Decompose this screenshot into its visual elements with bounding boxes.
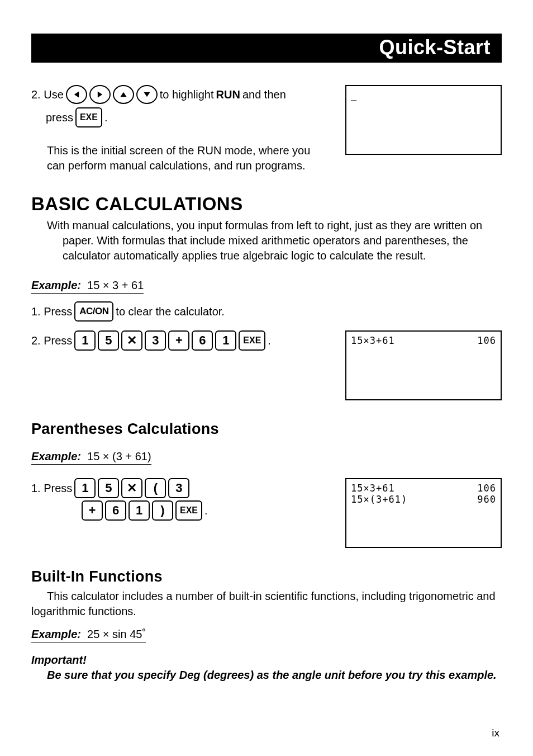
screen-expr: 15×3+61 — [351, 483, 395, 494]
heading-basic-calculations: BASIC CALCULATIONS — [31, 193, 502, 215]
cursor: _ — [351, 89, 357, 101]
down-arrow-key-icon — [136, 85, 158, 104]
text: . — [204, 504, 208, 517]
basic-step-1: 1. Press AC/ON to clear the calculator. — [31, 301, 502, 322]
digit-5-key-icon: 5 — [98, 330, 119, 351]
right-arrow-key-icon — [89, 85, 111, 104]
digit-1-key-icon: 1 — [129, 500, 150, 521]
basic-calc-paragraph: With manual calculations, you input form… — [47, 218, 502, 263]
multiply-key-icon: ✕ — [121, 478, 142, 498]
text: 1. Press — [31, 305, 72, 318]
multiply-key-icon: ✕ — [121, 330, 142, 351]
calculator-screen-3: 15×3+61 106 15×(3+61) 960 — [345, 478, 502, 548]
calculator-screen-1: _ — [345, 85, 502, 155]
ac-on-key-icon: AC/ON — [74, 301, 113, 322]
text: . — [104, 111, 108, 124]
svg-marker-3 — [144, 92, 150, 97]
step-2-use-cursor: 2. Use to highlight RUN and then — [31, 85, 322, 104]
example-word: Example: — [31, 450, 81, 462]
screen-result: 106 — [477, 483, 496, 494]
example-1-expression: 15 × 3 + 61 — [87, 279, 144, 291]
text: 2. Press — [31, 334, 72, 347]
digit-1-key-icon: 1 — [215, 330, 236, 351]
important-label: Important! — [31, 654, 502, 667]
digit-6-key-icon: 6 — [105, 500, 126, 521]
text: press — [46, 111, 73, 124]
example-3-label: Example: 25 × sin 45˚ — [31, 628, 146, 642]
digit-6-key-icon: 6 — [192, 330, 213, 351]
important-text: Be sure that you specify Deg (degrees) a… — [47, 669, 502, 682]
heading-builtin: Built-In Functions — [31, 568, 502, 585]
example-word: Example: — [31, 279, 81, 291]
digit-5-key-icon: 5 — [98, 478, 119, 498]
screen-result: 106 — [477, 335, 496, 346]
screen-expr: 15×3+61 — [351, 335, 395, 346]
lparen-key-icon: ( — [145, 478, 166, 498]
up-arrow-key-icon — [113, 85, 134, 104]
left-arrow-key-icon — [66, 85, 87, 104]
rparen-key-icon: ) — [152, 500, 173, 521]
digit-1-key-icon: 1 — [74, 478, 96, 498]
example-2-expression: 15 × (3 + 61) — [87, 450, 151, 462]
example-3-expression: 25 × sin 45˚ — [87, 628, 146, 640]
digit-3-key-icon: 3 — [168, 478, 189, 498]
basic-step-2: 2. Press 1 5 ✕ 3 + 6 1 EXE . — [31, 330, 271, 351]
example-1-label: Example: 15 × 3 + 61 — [31, 279, 144, 294]
digit-3-key-icon: 3 — [145, 330, 166, 351]
paren-step-1: 1. Press 1 5 ✕ ( 3 + 6 1 ) EXE . — [31, 478, 208, 521]
builtin-paragraph: This calculator includes a number of bui… — [31, 589, 502, 619]
text: . — [268, 334, 271, 347]
example-2-label: Example: 15 × (3 + 61) — [31, 450, 151, 465]
text: to clear the calculator. — [116, 305, 225, 318]
svg-marker-0 — [74, 91, 79, 97]
plus-key-icon: + — [82, 500, 103, 521]
page-number: ix — [492, 727, 499, 739]
header-banner: Quick-Start — [31, 34, 502, 63]
text: 1. Press — [31, 482, 72, 495]
screen-expr: 15×(3+61) — [351, 494, 407, 505]
digit-1-key-icon: 1 — [74, 330, 96, 351]
step-2-description: This is the initial screen of the RUN mo… — [47, 143, 322, 173]
exe-key-icon: EXE — [75, 107, 102, 127]
heading-parentheses: Parentheses Calculations — [31, 420, 502, 438]
exe-key-icon: EXE — [239, 330, 265, 351]
run-bold: RUN — [216, 88, 240, 101]
exe-key-icon: EXE — [175, 500, 202, 521]
plus-key-icon: + — [168, 330, 189, 351]
important-block: Important! Be sure that you specify Deg … — [31, 654, 502, 682]
step-2-press-exe: press EXE . — [31, 107, 322, 127]
text: to highlight — [160, 88, 214, 101]
example-word: Example: — [31, 628, 81, 640]
screen-result: 960 — [477, 494, 496, 505]
calculator-screen-2: 15×3+61 106 — [345, 330, 502, 400]
text: and then — [242, 88, 286, 101]
svg-marker-1 — [98, 91, 102, 97]
svg-marker-2 — [120, 92, 126, 97]
text: 2. Use — [31, 88, 64, 101]
